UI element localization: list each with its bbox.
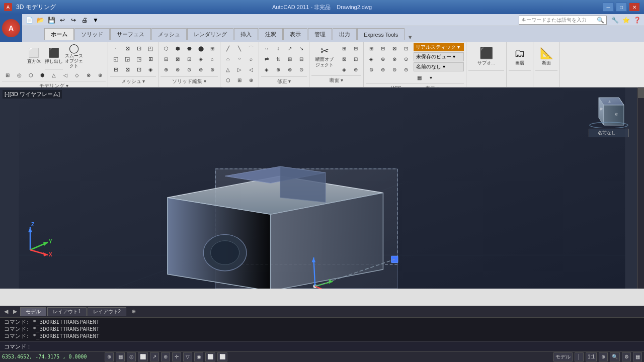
viewport-scrollbar-v[interactable] [637, 87, 644, 289]
mod-t10[interactable]: ⊕ [273, 64, 284, 74]
mod-t8[interactable]: ⊟ [296, 54, 307, 64]
layout-nav-forward[interactable]: ▶ [11, 308, 19, 315]
mod-t7[interactable]: ⊞ [284, 54, 295, 64]
viewstyle-dropdown[interactable]: リアルスティック ▾ [414, 43, 464, 51]
tab-output[interactable]: 出力 [333, 28, 357, 40]
search-icon[interactable]: 🔍 [597, 17, 604, 24]
cr-t6[interactable]: ⌕ [246, 54, 257, 64]
se-t10[interactable]: ⌂ [207, 54, 218, 64]
cr-t3[interactable]: ⌒ [246, 43, 257, 53]
tab-view[interactable]: 表示 [283, 28, 307, 40]
tab-mesh[interactable]: メッシュ [151, 28, 187, 40]
ucs-view1[interactable]: ⊞ [366, 43, 377, 53]
cr-t1[interactable]: ╱ [222, 43, 233, 53]
tool-m1[interactable]: ⊞ [2, 70, 13, 80]
se-t15[interactable]: ⊛ [207, 64, 218, 74]
redo-button[interactable]: ↪ [68, 16, 78, 25]
ucs-view4[interactable]: ⊡ [400, 43, 412, 53]
cr-t5[interactable]: ⌔ [234, 54, 245, 64]
print-button[interactable]: 🖨 [79, 16, 90, 25]
ucs-t8[interactable]: ⊝ [400, 64, 412, 74]
savedview-dropdown[interactable]: 未保存のビュー ▾ [414, 52, 464, 61]
status-polar-btn[interactable]: ⬜ [138, 352, 148, 361]
ucs-t7[interactable]: ⊜ [389, 64, 400, 74]
ucs-t3[interactable]: ⊗ [389, 54, 400, 64]
mod-t1[interactable]: ↔ [261, 43, 272, 53]
help-button[interactable]: ❓ [632, 16, 642, 25]
tool-m4[interactable]: ⬢ [37, 70, 48, 80]
ucs-view2[interactable]: ⊟ [377, 43, 388, 53]
mesh-t6[interactable]: ◲ [122, 54, 133, 64]
command-input[interactable] [34, 343, 640, 350]
se-t13[interactable]: ⊙ [184, 64, 195, 74]
layout-nav-back[interactable]: ◀ [2, 308, 10, 315]
sec-t3[interactable]: ⊠ [339, 54, 350, 64]
cr-t9[interactable]: ◁ [246, 64, 257, 74]
mod-t4[interactable]: ↘ [296, 43, 307, 53]
close-button[interactable]: ✕ [629, 3, 640, 12]
cr-t7[interactable]: △ [222, 64, 233, 74]
undo-button[interactable]: ↩ [57, 16, 67, 25]
status-qp-btn[interactable]: ◉ [194, 352, 203, 361]
mesh-t4[interactable]: ◰ [145, 43, 156, 53]
tool-m5[interactable]: △ [48, 70, 59, 80]
tab-solid[interactable]: ソリッド [74, 28, 110, 40]
status-ducs-btn[interactable]: ⊕ [161, 352, 170, 361]
sec-t1[interactable]: ⊞ [339, 43, 350, 53]
se-t9[interactable]: ◈ [195, 54, 206, 64]
status-grid-btn[interactable]: ⊕ [105, 352, 114, 361]
mod-t6[interactable]: ⇅ [273, 54, 284, 64]
cr-t12[interactable]: ⊕ [246, 75, 257, 85]
se-t3[interactable]: ⬣ [184, 43, 195, 53]
open-button[interactable]: 📂 [35, 16, 45, 25]
extrude-tool[interactable]: ⬛ 押し出し [44, 43, 63, 68]
tab-layout1[interactable]: レイアウト1 [47, 307, 87, 316]
tab-annotate[interactable]: 注釈 [259, 28, 283, 40]
se-t2[interactable]: ⬢ [172, 43, 183, 53]
tool-m2[interactable]: ◎ [14, 70, 25, 80]
sec-t2[interactable]: ⊟ [350, 43, 361, 53]
tab-model[interactable]: モデル [20, 307, 46, 316]
sec-t6[interactable]: ⊕ [350, 64, 361, 74]
mesh-t5[interactable]: ◱ [110, 54, 121, 64]
status-btn4[interactable]: ▦ [633, 352, 642, 361]
se-t6[interactable]: ⊟ [160, 54, 172, 64]
tab-manage[interactable]: 管理 [308, 28, 332, 40]
status-snap-btn[interactable]: ▦ [116, 352, 125, 361]
se-t7[interactable]: ⊠ [172, 54, 183, 64]
sec-t5[interactable]: ◈ [339, 64, 350, 74]
ucs-t5[interactable]: ⊚ [366, 64, 377, 74]
mesh-t3[interactable]: ⊡ [133, 43, 144, 53]
tool-m8[interactable]: ⊗ [83, 70, 94, 80]
mesh-t2[interactable]: ⊠ [122, 43, 133, 53]
tool-m6[interactable]: ◁ [60, 70, 71, 80]
view-btn1[interactable]: ▦ [414, 72, 425, 82]
cr-t11[interactable]: ⊞ [234, 75, 245, 85]
view-btn2[interactable]: ▾ [425, 72, 436, 82]
se-t5[interactable]: ⊞ [207, 43, 218, 53]
status-ts-btn[interactable]: ⬜ [217, 352, 227, 361]
maximize-button[interactable]: □ [616, 3, 627, 12]
status-btn2[interactable]: 🔍 [610, 352, 620, 361]
mesh-t8[interactable]: ⊞ [145, 54, 156, 64]
se-t12[interactable]: ⊗ [172, 64, 183, 74]
status-model[interactable]: モデル [553, 352, 573, 361]
ucs-t1[interactable]: ◈ [366, 54, 377, 64]
new-button[interactable]: 📄 [24, 16, 34, 25]
subobj-large[interactable]: ⬛ サブオ... [471, 43, 502, 69]
cr-t8[interactable]: ▷ [234, 64, 245, 74]
mod-t12[interactable]: ⊙ [296, 64, 307, 74]
save-button[interactable]: 💾 [46, 16, 56, 25]
se-t1[interactable]: ⬡ [160, 43, 172, 53]
ucs-view3[interactable]: ⊠ [389, 43, 400, 53]
mesh-t11[interactable]: ⊡ [133, 64, 144, 74]
sec-t4[interactable]: ⊡ [350, 54, 361, 64]
mesh-t1[interactable]: ⬞ [110, 43, 121, 53]
smooth-object-tool[interactable]: ◯ スムースオブジェクト [64, 43, 84, 68]
tool-m3[interactable]: ⬡ [25, 70, 36, 80]
status-osnap-btn[interactable]: ◎ [127, 352, 136, 361]
tab-insert[interactable]: 挿入 [234, 28, 258, 40]
status-btn1[interactable]: ⊕ [599, 352, 608, 361]
mod-t3[interactable]: ↗ [284, 43, 295, 53]
app-button[interactable]: A [2, 19, 20, 37]
